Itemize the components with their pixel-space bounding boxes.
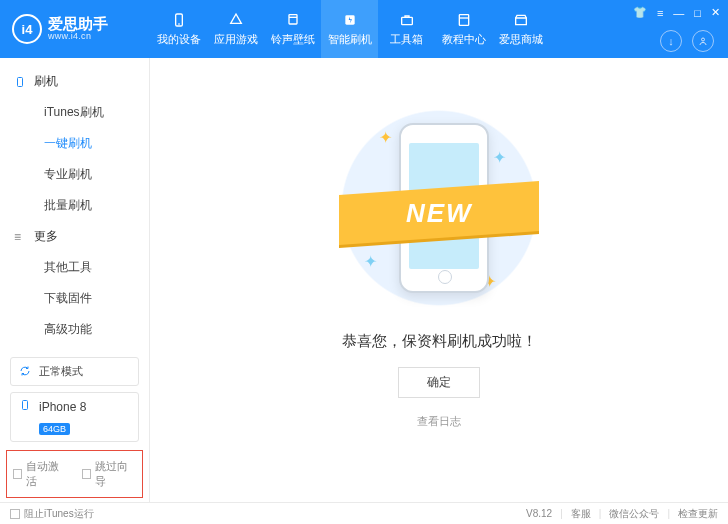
- block-itunes-checkbox[interactable]: 阻止iTunes运行: [10, 507, 94, 521]
- nav-label: 应用游戏: [214, 32, 258, 47]
- book-icon: [455, 11, 473, 29]
- nav-label: 工具箱: [390, 32, 423, 47]
- version-label: V8.12: [526, 508, 552, 519]
- nav-ringtones[interactable]: 铃声壁纸: [264, 0, 321, 58]
- phone-icon: [170, 11, 188, 29]
- nav-my-device[interactable]: 我的设备: [150, 0, 207, 58]
- checkbox-label: 自动激活: [26, 459, 67, 489]
- sidebar-item-oneclick-flash[interactable]: 一键刷机: [14, 128, 149, 159]
- svg-rect-5: [401, 17, 412, 24]
- menu-icon[interactable]: ≡: [657, 7, 663, 19]
- nav-label: 铃声壁纸: [271, 32, 315, 47]
- app-logo: i4 爱思助手 www.i4.cn: [0, 14, 150, 44]
- device-name: iPhone 8: [39, 400, 86, 414]
- sidebar-group-label: 更多: [34, 228, 58, 245]
- logo-icon: i4: [12, 14, 42, 44]
- sidebar-item-pro-flash[interactable]: 专业刷机: [14, 159, 149, 190]
- svg-rect-2: [289, 15, 297, 24]
- sidebar-group-more[interactable]: ≡ 更多: [14, 221, 149, 252]
- app-icon: [227, 11, 245, 29]
- check-update-link[interactable]: 检查更新: [678, 507, 718, 521]
- minimize-icon[interactable]: —: [673, 7, 684, 19]
- status-bar: 阻止iTunes运行 V8.12| 客服| 微信公众号| 检查更新: [0, 502, 728, 524]
- tshirt-icon[interactable]: 👕: [633, 6, 647, 19]
- download-button[interactable]: ↓: [660, 30, 682, 52]
- sidebar-item-itunes-flash[interactable]: iTunes刷机: [14, 97, 149, 128]
- sidebar-item-other-tools[interactable]: 其他工具: [14, 252, 149, 283]
- storage-badge: 64GB: [39, 423, 70, 435]
- svg-point-8: [702, 38, 705, 41]
- checkbox-label: 阻止iTunes运行: [24, 507, 94, 521]
- nav-store[interactable]: 爱思商城: [492, 0, 549, 58]
- sidebar: 刷机 iTunes刷机 一键刷机 专业刷机 批量刷机 ≡ 更多 其他工具 下载固…: [0, 58, 150, 502]
- sidebar-item-batch-flash[interactable]: 批量刷机: [14, 190, 149, 221]
- highlighted-options: 自动激活 跳过向导: [6, 450, 143, 498]
- close-icon[interactable]: ✕: [711, 6, 720, 19]
- ok-button[interactable]: 确定: [398, 367, 480, 398]
- nav-label: 教程中心: [442, 32, 486, 47]
- svg-rect-6: [459, 15, 468, 26]
- refresh-icon: [19, 365, 33, 379]
- auto-activate-checkbox[interactable]: 自动激活: [13, 459, 68, 489]
- app-name: 爱思助手: [48, 16, 108, 33]
- mode-chip[interactable]: 正常模式: [10, 357, 139, 386]
- nav-toolbox[interactable]: 工具箱: [378, 0, 435, 58]
- toolbox-icon: [398, 11, 416, 29]
- sidebar-group-flash[interactable]: 刷机: [14, 66, 149, 97]
- maximize-icon[interactable]: □: [694, 7, 701, 19]
- top-nav: 我的设备 应用游戏 铃声壁纸 智能刷机 工具箱 教程中心 爱思商城: [150, 0, 549, 58]
- skip-wizard-checkbox[interactable]: 跳过向导: [82, 459, 137, 489]
- account-button[interactable]: [692, 30, 714, 52]
- nav-label: 智能刷机: [328, 32, 372, 47]
- phone-icon: [14, 76, 28, 88]
- nav-label: 爱思商城: [499, 32, 543, 47]
- mode-chip-label: 正常模式: [39, 364, 83, 379]
- nav-flash[interactable]: 智能刷机: [321, 0, 378, 58]
- checkbox-label: 跳过向导: [95, 459, 136, 489]
- nav-label: 我的设备: [157, 32, 201, 47]
- nav-tutorials[interactable]: 教程中心: [435, 0, 492, 58]
- phone-icon: [19, 399, 33, 414]
- nav-apps[interactable]: 应用游戏: [207, 0, 264, 58]
- svg-rect-10: [23, 401, 28, 410]
- sidebar-item-download-firmware[interactable]: 下载固件: [14, 283, 149, 314]
- view-log-link[interactable]: 查看日志: [417, 414, 461, 429]
- sidebar-item-advanced[interactable]: 高级功能: [14, 314, 149, 345]
- wechat-link[interactable]: 微信公众号: [609, 507, 659, 521]
- title-bar: i4 爱思助手 www.i4.cn 我的设备 应用游戏 铃声壁纸 智能刷机 工具…: [0, 0, 728, 58]
- svg-rect-9: [18, 77, 23, 86]
- app-url: www.i4.cn: [48, 32, 108, 42]
- main-content: ✦✦✦✦ NEW 恭喜您，保资料刷机成功啦！ 确定 查看日志: [150, 58, 728, 502]
- menu-icon: ≡: [14, 230, 28, 244]
- flash-icon: [341, 11, 359, 29]
- store-icon: [512, 11, 530, 29]
- success-illustration: ✦✦✦✦ NEW: [329, 98, 549, 318]
- success-message: 恭喜您，保资料刷机成功啦！: [342, 332, 537, 351]
- music-icon: [284, 11, 302, 29]
- window-controls: 👕 ≡ — □ ✕: [633, 6, 720, 19]
- sidebar-group-label: 刷机: [34, 73, 58, 90]
- support-link[interactable]: 客服: [571, 507, 591, 521]
- device-chip[interactable]: iPhone 8 64GB: [10, 392, 139, 442]
